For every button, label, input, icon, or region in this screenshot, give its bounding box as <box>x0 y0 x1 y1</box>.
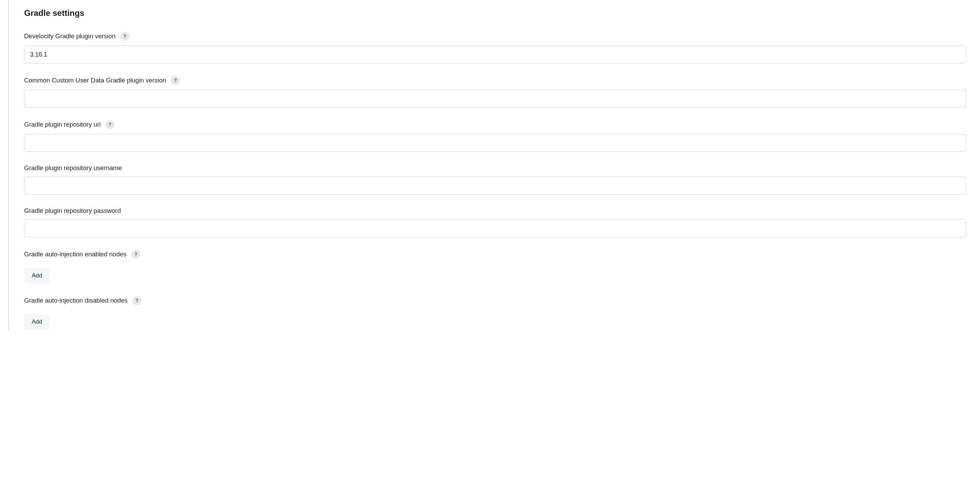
disabled-nodes-group: Gradle auto-injection disabled nodes ? A… <box>24 296 966 330</box>
label-row: Gradle plugin repository username <box>24 164 966 172</box>
disabled-nodes-add-button[interactable]: Add <box>24 314 49 330</box>
label-row: Gradle plugin repository url ? <box>24 120 966 129</box>
repo-username-group: Gradle plugin repository username <box>24 164 966 195</box>
repo-password-input[interactable] <box>24 219 966 237</box>
repo-password-group: Gradle plugin repository password <box>24 207 966 237</box>
ccud-plugin-version-input[interactable] <box>24 90 966 108</box>
repo-url-group: Gradle plugin repository url ? <box>24 120 966 152</box>
help-icon[interactable]: ? <box>105 120 115 129</box>
label-row: Gradle auto-injection disabled nodes ? <box>24 296 966 305</box>
enabled-nodes-group: Gradle auto-injection enabled nodes ? Ad… <box>24 250 966 284</box>
develocity-plugin-version-input[interactable] <box>24 46 966 64</box>
develocity-plugin-version-label: Develocity Gradle plugin version <box>24 32 115 40</box>
label-row: Gradle auto-injection enabled nodes ? <box>24 250 966 259</box>
label-row: Gradle plugin repository password <box>24 207 966 215</box>
repo-password-label: Gradle plugin repository password <box>24 207 121 215</box>
repo-username-input[interactable] <box>24 177 966 195</box>
ccud-plugin-version-group: Common Custom User Data Gradle plugin ve… <box>24 76 966 108</box>
section-title: Gradle settings <box>24 8 966 18</box>
help-icon[interactable]: ? <box>120 32 129 41</box>
enabled-nodes-add-button[interactable]: Add <box>24 268 49 284</box>
repo-username-label: Gradle plugin repository username <box>24 164 122 172</box>
gradle-settings-section: Gradle settings Develocity Gradle plugin… <box>8 0 980 330</box>
help-icon[interactable]: ? <box>171 76 180 85</box>
repo-url-label: Gradle plugin repository url <box>24 121 100 128</box>
develocity-plugin-version-group: Develocity Gradle plugin version ? <box>24 32 966 64</box>
label-row: Develocity Gradle plugin version ? <box>24 32 966 41</box>
disabled-nodes-label: Gradle auto-injection disabled nodes <box>24 297 127 304</box>
help-icon[interactable]: ? <box>132 296 141 305</box>
help-icon[interactable]: ? <box>131 250 140 259</box>
label-row: Common Custom User Data Gradle plugin ve… <box>24 76 966 85</box>
ccud-plugin-version-label: Common Custom User Data Gradle plugin ve… <box>24 77 166 84</box>
enabled-nodes-label: Gradle auto-injection enabled nodes <box>24 251 126 258</box>
repo-url-input[interactable] <box>24 134 966 152</box>
